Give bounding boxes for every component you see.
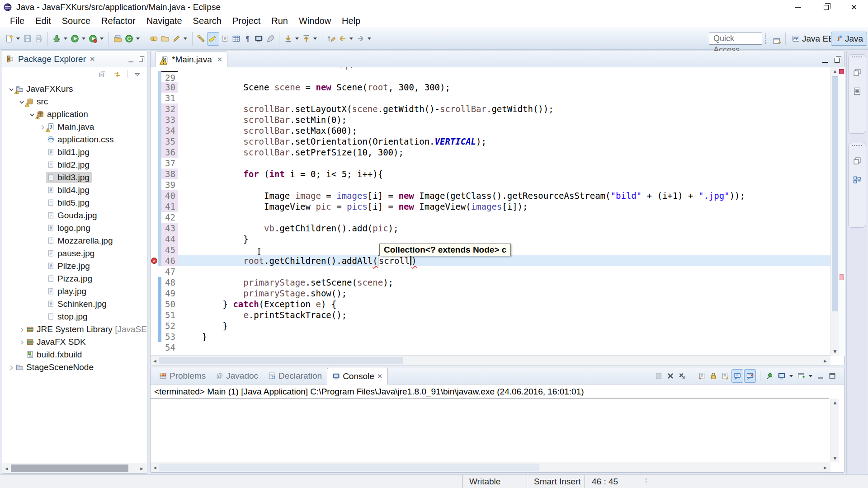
new-element-dropdown-icon[interactable] [184, 38, 187, 40]
scroll-down-button[interactable]: ▼ [831, 454, 839, 462]
perspective-java[interactable]: JJava [831, 32, 867, 46]
open-console-dropdown-icon[interactable] [809, 375, 812, 377]
tree-item-mozzarella-jpg[interactable]: Mozzarella.jpg [2, 235, 147, 247]
perspective-java-ee[interactable]: EEJava EE [788, 32, 838, 46]
tree-item-bild5-jpg[interactable]: bild5.jpg [2, 197, 147, 209]
tree-expanded-arrow-icon[interactable] [18, 98, 25, 105]
scrollbar-thumb[interactable] [832, 76, 838, 311]
word-wrap-console-button[interactable] [720, 369, 731, 383]
code-text[interactable]: } [178, 234, 830, 244]
tree-item-javafxkurs[interactable]: JavaFXKurs [2, 83, 147, 95]
code-line-50[interactable]: 50 } catch(Exception e) { [151, 299, 830, 310]
code-text[interactable]: Image image = images[i] = new Image(getC… [178, 190, 830, 201]
pin-console-button[interactable] [764, 369, 775, 383]
code-line-33[interactable]: 33 scrollBar.setMin(0); [151, 114, 830, 125]
tree-item-logo-png[interactable]: logo.png [2, 222, 147, 235]
menu-window[interactable]: Window [293, 15, 336, 27]
tree-item-bild1-jpg[interactable]: bild1.jpg [2, 146, 147, 159]
new-java-project-button[interactable] [112, 32, 123, 46]
menu-file[interactable]: File [5, 15, 30, 27]
print-button[interactable] [33, 32, 44, 46]
code-line-51[interactable]: 51 e.printStackTrace(); [151, 310, 830, 320]
code-text[interactable]: scrollBar.setPrefSize(10, 300); [178, 147, 830, 158]
tree-collapsed-arrow-icon[interactable] [39, 123, 46, 131]
tree-item-bild3-jpg[interactable]: bild3.jpg [2, 171, 147, 184]
minimize-view-button[interactable] [128, 55, 134, 65]
show-stderr-when-changed-button[interactable] [744, 369, 756, 383]
scroll-right-button[interactable]: ▸ [137, 463, 146, 473]
previous-annotation-dropdown-icon[interactable] [313, 38, 317, 40]
new-element-button[interactable] [171, 32, 182, 46]
code-text[interactable] [178, 212, 830, 223]
ruler-error-indicator[interactable] [839, 69, 844, 74]
tree-item-stop-jpg[interactable]: stop.jpg [2, 310, 147, 323]
tree-item-pause-jpg[interactable]: pause.jpg [2, 247, 147, 260]
code-line-32[interactable]: 32 scrollBar.setLayoutX(scene.getWidth()… [151, 103, 830, 114]
code-text[interactable]: vb.getChildren().add(pic); [178, 223, 830, 234]
tree-item-jre-system-library[interactable]: JRE System Library [JavaSE-1.8 [2, 323, 147, 336]
code-text[interactable]: for (int i = 0; i< 5; i++){ [178, 169, 830, 179]
code-text[interactable]: ImageView pic = pics[i] = new ImageView(… [178, 201, 830, 212]
console-vertical-scrollbar[interactable]: ▲ ▼ [830, 399, 839, 462]
scrollbar-thumb[interactable] [11, 465, 128, 472]
code-line-40[interactable]: 40 Image image = images[i] = new Image(g… [151, 190, 830, 201]
restore-view-icon[interactable] [853, 68, 862, 77]
stack-grip[interactable] [852, 145, 862, 146]
code-line-38[interactable]: 38 for (int i = 0; i< 5; i++){ [151, 169, 830, 179]
tree-item-javafx-sdk[interactable]: JavaFX SDK [2, 336, 147, 348]
scroll-down-button[interactable]: ▼ [831, 347, 839, 356]
code-line-48[interactable]: 48 primaryStage.setScene(scene); [151, 277, 830, 288]
close-tab-icon[interactable]: ✕ [217, 56, 223, 64]
code-text[interactable]: scrollBar.setLayoutX(scene.getWidth()-sc… [178, 103, 830, 114]
view-menu-button[interactable] [132, 67, 142, 81]
tree-item-play-jpg[interactable]: play.jpg [2, 285, 147, 298]
tree-item-application-css[interactable]: application.css [2, 133, 147, 146]
menu-project[interactable]: Project [227, 15, 266, 27]
code-text[interactable] [178, 93, 830, 103]
run-dropdown-icon[interactable] [82, 38, 85, 40]
open-type-button[interactable] [148, 32, 160, 46]
tree-item-build-fxbuild[interactable]: build.fxbuild [2, 348, 147, 361]
minimized-view-stack-1[interactable] [848, 54, 866, 134]
code-text[interactable] [178, 266, 830, 277]
previous-annotation-button[interactable] [301, 32, 312, 46]
stack-grip[interactable] [852, 56, 862, 58]
display-selected-console-button[interactable] [776, 369, 787, 383]
code-line-53[interactable]: 53 } [151, 331, 830, 342]
clear-console-button[interactable] [696, 369, 707, 383]
code-line-47[interactable]: 47 [151, 266, 830, 277]
editor-vertical-scrollbar[interactable]: ▲ ▼ [830, 67, 839, 356]
tree-item-application[interactable]: application [2, 108, 147, 121]
forward-dropdown-icon[interactable] [368, 38, 371, 40]
tree-item-bild2-jpg[interactable]: bild2.jpg [2, 159, 147, 171]
code-text[interactable]: primaryStage.setScene(scene); [178, 277, 830, 288]
tree-expanded-arrow-icon[interactable] [8, 85, 15, 93]
explorer-horizontal-scrollbar[interactable]: ◂ ▸ [2, 463, 147, 473]
minimize-view-button[interactable] [815, 369, 826, 383]
new-java-class-dropdown-icon[interactable] [136, 38, 140, 40]
code-line-37[interactable]: 37 [151, 158, 830, 169]
menu-navigate[interactable]: Navigate [141, 15, 188, 27]
remove-all-terminated-button[interactable] [677, 369, 688, 383]
menu-source[interactable]: Source [57, 15, 96, 27]
code-text[interactable]: } [178, 331, 830, 342]
display-selected-console-dropdown-icon[interactable] [789, 375, 793, 377]
save-button[interactable] [22, 32, 33, 46]
toggle-mark-occurrences-button[interactable] [207, 32, 219, 46]
new-java-class-button[interactable]: C [123, 32, 135, 46]
code-line-52[interactable]: 52 } [151, 320, 830, 331]
code-line-39[interactable]: 39 [151, 179, 830, 190]
code-text[interactable]: scrollBar.setMin(0); [178, 114, 830, 125]
editor-horizontal-scrollbar[interactable]: ◂ ▸ [151, 355, 830, 366]
code-text[interactable] [178, 342, 830, 353]
tree-item-main-java[interactable]: JMain.java [2, 121, 147, 133]
code-line-43[interactable]: 43 vb.getChildren().add(pic); [151, 223, 830, 234]
new-wizard-button[interactable] [4, 32, 15, 46]
open-console-button[interactable] [253, 32, 264, 46]
minimized-view-stack-2[interactable] [848, 143, 866, 228]
next-annotation-dropdown-icon[interactable] [295, 38, 299, 40]
tab-declaration[interactable]: Declaration [263, 367, 327, 384]
word-wrap-button[interactable] [264, 32, 276, 46]
open-console-button[interactable] [796, 369, 807, 383]
scroll-up-button[interactable]: ▲ [831, 67, 839, 75]
